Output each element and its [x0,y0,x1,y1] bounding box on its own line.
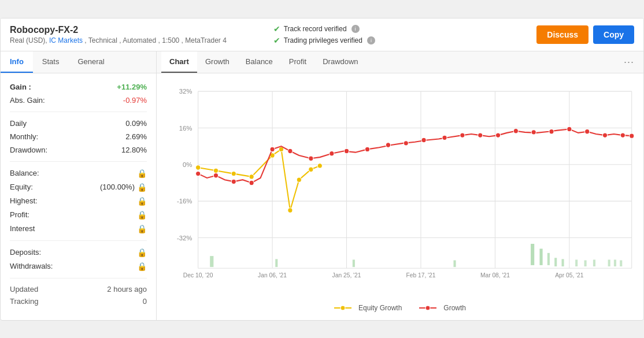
header: Robocopy-FX-2 Real (USD), IC Markets , T… [1,18,643,51]
svg-point-77 [425,306,430,310]
ic-markets-link[interactable]: IC Markets [49,36,83,44]
legend-growth: Growth [419,304,466,312]
chart-tabs: Chart Growth Balance Profit Drawdown ··· [157,51,643,73]
svg-text:Jan 06, '21: Jan 06, '21 [258,272,287,278]
chart-area: 32% 16% 0% -16% -32% Dec 10, '20 Jan 06,… [157,73,643,320]
chart-tab-profit[interactable]: Profit [281,51,314,73]
withdrawals-row: Withdrawals: 🔒 [10,259,147,273]
strategy-title: Robocopy-FX-2 [10,25,273,35]
svg-rect-34 [584,260,587,266]
equity-lock-icon: 🔒 [137,183,147,192]
profit-lock-icon: 🔒 [137,210,147,220]
svg-point-68 [549,129,554,133]
left-tabs: Info Stats General [1,51,156,73]
chart-tab-chart[interactable]: Chart [161,51,197,73]
svg-text:32%: 32% [179,88,193,95]
balance-label: Balance: [10,169,39,177]
svg-point-42 [249,174,254,179]
svg-point-69 [567,127,572,131]
equity-row: Equity: (100.00%) 🔒 [10,180,147,194]
deposits-row: Deposits: 🔒 [10,246,147,259]
tab-stats[interactable]: Stats [33,51,69,73]
svg-text:Jan 25, '21: Jan 25, '21 [332,272,361,278]
svg-rect-38 [620,260,622,266]
svg-rect-36 [608,259,610,266]
chart-tab-balance[interactable]: Balance [238,51,281,73]
drawdown-row: Drawdown: 12.80% [10,143,147,157]
svg-point-46 [297,177,301,181]
chart-svg: 32% 16% 0% -16% -32% Dec 10, '20 Jan 06,… [162,79,638,299]
tab-general[interactable]: General [68,51,113,73]
svg-rect-28 [531,244,534,265]
legend-equity-growth-label: Equity Growth [358,304,402,312]
trading-privileges-info-icon[interactable]: i [367,36,375,44]
body: Info Stats General Gain : +11.29% Abs. G… [1,51,643,320]
svg-rect-27 [453,260,456,267]
tab-info[interactable]: Info [1,51,33,73]
svg-point-48 [317,163,322,168]
svg-rect-37 [614,259,616,266]
header-actions: Discuss Copy [536,25,634,44]
track-record-row: ✔ Track record verified i [273,24,537,34]
equity-value-group: (100.00%) 🔒 [100,183,147,192]
svg-point-55 [309,156,313,161]
svg-text:Apr 05, '21: Apr 05, '21 [555,272,584,278]
stats-panel: Gain : +11.29% Abs. Gain: -0.97% Daily 0… [1,73,156,314]
daily-label: Daily [10,119,27,128]
svg-rect-26 [353,259,355,267]
svg-point-47 [309,167,313,172]
more-options-icon[interactable]: ··· [619,51,639,73]
svg-point-65 [495,132,500,137]
trading-privileges-row: ✔ Trading privileges verified i [273,36,537,45]
equity-label: Equity: [10,183,33,191]
svg-rect-35 [593,259,595,266]
svg-text:Dec 10, '20: Dec 10, '20 [183,272,213,278]
divider-2 [10,161,147,162]
footer-stats: Updated 2 hours ago Tracking 0 [10,283,147,307]
monthly-row: Monthly: 2.69% [10,130,147,143]
svg-point-58 [365,147,369,151]
interest-lock-icon: 🔒 [137,224,147,233]
updated-label: Updated [10,285,38,294]
abs-gain-row: Abs. Gain: -0.97% [10,94,147,107]
profit-label: Profit: [10,210,29,219]
svg-point-63 [460,132,465,137]
discuss-button[interactable]: Discuss [536,25,589,44]
svg-text:Feb 17, '21: Feb 17, '21 [406,272,435,278]
chart-tab-growth[interactable]: Growth [197,51,238,73]
tracking-row: Tracking 0 [10,295,147,307]
svg-text:-16%: -16% [177,198,192,205]
header-left: Robocopy-FX-2 Real (USD), IC Markets , T… [10,25,273,44]
monthly-value: 2.69% [125,132,147,141]
abs-gain-value: -0.97% [123,96,147,105]
svg-point-41 [231,171,236,176]
svg-point-39 [196,165,201,169]
tracking-value: 0 [143,297,147,306]
trading-privileges-text: Trading privileges verified [284,36,362,44]
gain-value: +11.29% [117,83,147,91]
chart-tab-drawdown[interactable]: Drawdown [314,51,366,73]
drawdown-label: Drawdown: [10,146,47,154]
updated-row: Updated 2 hours ago [10,283,147,295]
deposits-lock-icon: 🔒 [137,248,147,257]
svg-point-70 [585,129,590,133]
svg-point-60 [404,140,408,145]
highest-row: Highest: 🔒 [10,194,147,208]
equity-value: (100.00%) [100,183,135,191]
balance-row: Balance: 🔒 [10,166,147,180]
tracking-label: Tracking [10,297,38,306]
gain-label: Gain : [10,83,31,91]
main-container: Robocopy-FX-2 Real (USD), IC Markets , T… [0,18,644,321]
highest-label: Highest: [10,196,38,205]
svg-point-73 [630,133,634,138]
deposits-label: Deposits: [10,248,41,257]
interest-row: Interest 🔒 [10,222,147,236]
track-record-info-icon[interactable]: i [351,25,360,33]
check-icon-trading: ✔ [273,36,280,45]
legend-equity-growth: Equity Growth [334,304,402,312]
svg-rect-30 [547,252,550,265]
updated-value: 2 hours ago [107,285,147,294]
svg-rect-29 [539,248,542,265]
divider-4 [10,278,147,278]
copy-button[interactable]: Copy [593,25,634,44]
